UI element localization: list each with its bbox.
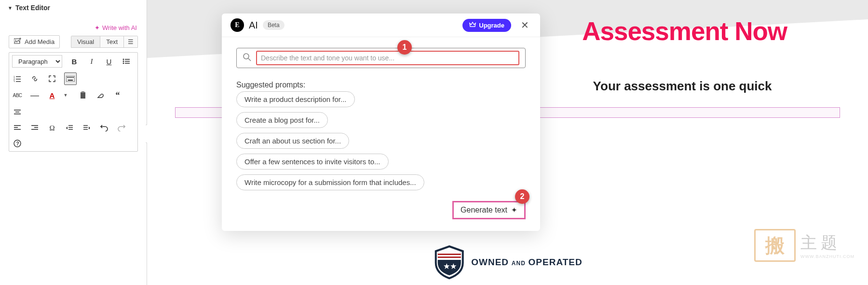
svg-rect-25 <box>14 114 21 114</box>
elementor-logo-icon: E <box>231 18 244 32</box>
owned-operated-badge: ★ ★ OWNED AND OPERATED <box>433 245 583 279</box>
text-color-button[interactable]: A <box>47 90 57 100</box>
add-media-label: Add Media <box>25 38 54 45</box>
generate-text-button[interactable]: Generate text ✦ <box>452 201 526 219</box>
outdent-button[interactable] <box>64 123 75 133</box>
tab-text[interactable]: Text <box>100 36 123 47</box>
keyboard-button[interactable] <box>64 72 77 85</box>
close-icon: ✕ <box>521 19 529 31</box>
svg-point-4 <box>123 61 124 62</box>
media-icon <box>14 38 22 46</box>
prompt-chip[interactable]: Write microcopy for a submission form th… <box>236 174 424 190</box>
editor-tabs: Visual Text ☰ <box>71 36 138 48</box>
special-char-button[interactable]: Ω <box>47 123 57 133</box>
svg-point-45 <box>244 54 249 59</box>
close-button[interactable]: ✕ <box>518 18 531 32</box>
align-center-button[interactable] <box>12 107 23 118</box>
write-with-ai-link[interactable]: ✦ Write with AI <box>95 24 137 31</box>
suggested-prompts-label: Suggested prompts: <box>236 81 526 89</box>
help-button[interactable]: ? <box>12 138 23 149</box>
callout-badge-2: 2 <box>515 189 529 204</box>
panel-title: Text Editor <box>15 4 50 12</box>
upgrade-label: Upgrade <box>479 22 504 29</box>
svg-text:★: ★ <box>443 262 449 270</box>
svg-rect-20 <box>68 80 73 81</box>
svg-rect-7 <box>125 63 130 64</box>
svg-rect-35 <box>83 125 88 126</box>
prompt-chip[interactable]: Offer a few sentences to invite visitors… <box>236 154 389 170</box>
paragraph-select[interactable]: Paragraph <box>12 55 62 68</box>
prompt-chip[interactable]: Write a product description for... <box>236 91 355 107</box>
underline-button[interactable]: U <box>104 56 114 67</box>
svg-rect-18 <box>71 77 72 78</box>
align-left-button[interactable] <box>12 123 23 133</box>
svg-rect-37 <box>83 129 88 130</box>
format-toolbar: Paragraph B I U 123 ABC — <box>9 52 138 152</box>
beta-badge: Beta <box>263 20 285 30</box>
svg-rect-11 <box>16 79 21 79</box>
svg-point-2 <box>123 59 124 60</box>
svg-rect-15 <box>67 77 68 78</box>
svg-rect-33 <box>68 127 73 128</box>
svg-rect-32 <box>68 125 73 126</box>
hamburger-icon: ☰ <box>128 38 134 45</box>
svg-point-6 <box>123 63 124 64</box>
svg-rect-9 <box>16 76 21 77</box>
fullscreen-button[interactable] <box>47 73 57 84</box>
callout-badge-1: 1 <box>397 40 412 55</box>
hr-button[interactable]: — <box>29 90 40 100</box>
numbered-list-button[interactable]: 123 <box>12 73 23 84</box>
svg-rect-29 <box>31 125 38 126</box>
svg-rect-31 <box>31 129 38 130</box>
add-media-button[interactable]: Add Media <box>9 35 60 48</box>
svg-rect-5 <box>125 61 130 62</box>
clear-format-button[interactable] <box>95 90 106 100</box>
editor-content-area[interactable] <box>9 158 138 255</box>
svg-rect-17 <box>70 77 71 78</box>
svg-text:★: ★ <box>450 262 456 270</box>
svg-rect-14 <box>66 76 75 82</box>
redo-button[interactable] <box>116 123 127 133</box>
svg-rect-3 <box>125 59 130 60</box>
svg-rect-22 <box>81 91 84 93</box>
bold-button[interactable]: B <box>69 56 80 67</box>
prompt-input[interactable] <box>261 54 515 62</box>
shield-icon: ★ ★ <box>433 245 465 279</box>
svg-rect-28 <box>14 129 21 130</box>
prompt-box <box>236 48 526 68</box>
tab-menu[interactable]: ☰ <box>123 36 137 47</box>
svg-line-46 <box>248 58 251 61</box>
ai-title: AI <box>249 20 258 31</box>
align-right-button[interactable] <box>29 123 40 133</box>
paste-button[interactable] <box>78 90 88 100</box>
upgrade-button[interactable]: Upgrade <box>462 19 511 32</box>
svg-rect-30 <box>34 127 38 128</box>
undo-button[interactable] <box>99 123 109 133</box>
prompt-chip[interactable]: Create a blog post for... <box>236 112 328 128</box>
caret-down-icon: ▼ <box>8 5 13 11</box>
crown-icon <box>469 22 476 29</box>
svg-rect-24 <box>15 112 19 113</box>
svg-rect-34 <box>68 129 73 130</box>
svg-text:?: ? <box>16 141 19 146</box>
tab-visual[interactable]: Visual <box>71 36 100 47</box>
italic-button[interactable]: I <box>86 56 97 67</box>
blockquote-button[interactable]: “ <box>112 90 123 100</box>
panel-header[interactable]: ▼ Text Editor <box>0 0 147 15</box>
watermark-text: 主题 <box>800 232 854 254</box>
svg-text:3: 3 <box>14 80 15 82</box>
svg-rect-23 <box>14 110 21 111</box>
link-button[interactable] <box>29 73 40 84</box>
strikethrough-button[interactable]: ABC <box>12 90 23 100</box>
prompt-input-highlight <box>256 51 519 65</box>
svg-rect-26 <box>14 125 21 126</box>
prompt-chip[interactable]: Craft an about us section for... <box>236 133 349 149</box>
sparkle-icon: ✦ <box>95 24 100 31</box>
bullet-list-button[interactable] <box>121 56 132 67</box>
svg-rect-41 <box>437 252 461 254</box>
svg-rect-42 <box>437 255 461 256</box>
ai-modal: E AI Beta Upgrade ✕ 1 Suggested prompts:… <box>222 14 540 231</box>
indent-button[interactable] <box>81 123 92 133</box>
text-color-dropdown[interactable]: ▼ <box>60 90 71 100</box>
watermark-stamp: 搬 <box>754 229 796 262</box>
